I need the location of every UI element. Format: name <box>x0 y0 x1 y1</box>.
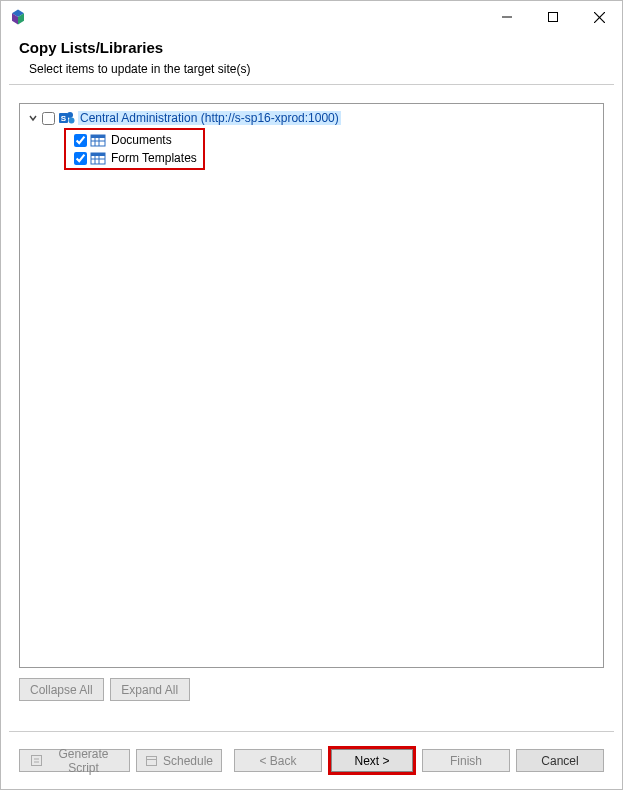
tree-children-highlight: Documents Form Templates <box>64 128 205 170</box>
generate-script-button[interactable]: Generate Script <box>19 749 130 772</box>
svg-rect-9 <box>91 135 105 138</box>
tree-item-checkbox[interactable] <box>74 152 87 165</box>
page-title: Copy Lists/Libraries <box>19 39 604 56</box>
expand-all-button[interactable]: Expand All <box>110 678 190 701</box>
tree-panel[interactable]: S Central Administration (http://s-sp16-… <box>19 103 604 668</box>
next-button[interactable]: Next > <box>331 749 413 772</box>
page-subtitle: Select items to update in the target sit… <box>19 62 604 76</box>
cancel-button[interactable]: Cancel <box>516 749 604 772</box>
tree-item-label[interactable]: Documents <box>109 133 174 147</box>
minimize-button[interactable] <box>484 1 530 33</box>
collapse-all-button[interactable]: Collapse All <box>19 678 104 701</box>
svg-text:S: S <box>61 114 67 123</box>
tree-buttons: Collapse All Expand All <box>19 678 604 701</box>
back-button[interactable]: < Back <box>234 749 322 772</box>
window-controls <box>484 1 622 33</box>
svg-rect-1 <box>549 13 558 22</box>
tree-root-row[interactable]: S Central Administration (http://s-sp16-… <box>20 108 603 128</box>
tree-root-checkbox[interactable] <box>42 112 55 125</box>
library-icon <box>90 150 106 166</box>
chevron-down-icon[interactable] <box>26 111 40 125</box>
dialog-window: Copy Lists/Libraries Select items to upd… <box>0 0 623 790</box>
tree-item-checkbox[interactable] <box>74 134 87 147</box>
tree-item-documents[interactable]: Documents <box>70 131 199 149</box>
svg-point-6 <box>67 112 73 118</box>
schedule-label: Schedule <box>163 754 213 768</box>
generate-script-label: Generate Script <box>48 747 119 775</box>
script-icon <box>30 754 43 768</box>
titlebar <box>1 1 622 33</box>
tree-item-form-templates[interactable]: Form Templates <box>70 149 199 167</box>
sharepoint-site-icon: S <box>59 110 75 126</box>
library-icon <box>90 132 106 148</box>
svg-point-7 <box>69 118 75 124</box>
maximize-button[interactable] <box>530 1 576 33</box>
close-button[interactable] <box>576 1 622 33</box>
tree-item-label[interactable]: Form Templates <box>109 151 199 165</box>
schedule-button[interactable]: Schedule <box>136 749 222 772</box>
svg-rect-21 <box>146 757 156 766</box>
app-logo-icon <box>9 8 27 26</box>
svg-rect-18 <box>32 756 42 766</box>
tree-root-label[interactable]: Central Administration (http://s-sp16-xp… <box>78 111 341 125</box>
next-button-highlight: Next > <box>328 746 416 775</box>
page-header: Copy Lists/Libraries Select items to upd… <box>9 33 614 85</box>
svg-rect-14 <box>91 153 105 156</box>
body: S Central Administration (http://s-sp16-… <box>1 85 622 709</box>
finish-button[interactable]: Finish <box>422 749 510 772</box>
schedule-icon <box>145 754 158 768</box>
wizard-footer: Generate Script Schedule < Back Next > F… <box>9 731 614 789</box>
